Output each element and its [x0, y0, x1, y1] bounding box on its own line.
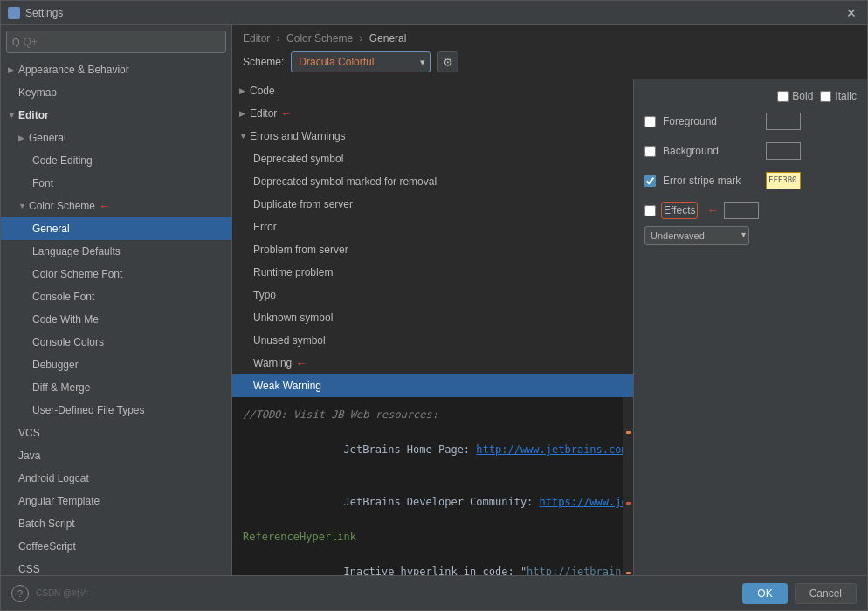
- scheme-dropdown[interactable]: Dracula Colorful: [291, 51, 431, 72]
- tree-item-code[interactable]: Code: [232, 79, 633, 102]
- sidebar-list: Appearance & Behavior Keymap Editor Gene…: [1, 58, 231, 575]
- sidebar-item-vcs[interactable]: VCS: [1, 422, 231, 444]
- sidebar-item-batch[interactable]: Batch Script: [1, 512, 231, 535]
- tree-item-weak-warning[interactable]: Weak Warning: [232, 374, 633, 397]
- background-color-box[interactable]: [766, 142, 801, 160]
- watermark: CSDN @对许: [36, 587, 89, 600]
- tree-item-duplicate[interactable]: Duplicate from server: [232, 193, 633, 216]
- main-panel: Editor › Color Scheme › General Scheme: …: [232, 25, 867, 575]
- tree-item-deprecated[interactable]: Deprecated symbol: [232, 148, 633, 170]
- breadcrumb-general: General: [369, 32, 407, 45]
- bottom-left: ? CSDN @对许: [11, 585, 735, 602]
- bold-label[interactable]: Bold: [777, 90, 813, 102]
- sidebar-item-code-editing[interactable]: Code Editing: [1, 149, 231, 172]
- sidebar-item-cs-general[interactable]: General: [1, 217, 231, 240]
- sidebar-item-appearance[interactable]: Appearance & Behavior: [1, 58, 231, 81]
- error-stripe-row: Error stripe mark FFF3B0: [644, 172, 857, 189]
- tree-item-errors-warnings[interactable]: Errors and Warnings: [232, 125, 633, 148]
- sidebar-item-code-with-me[interactable]: Code With Me: [1, 308, 231, 331]
- tree-content: Code Editor ← Errors and Warnings De: [232, 79, 633, 575]
- tree-panel: Code Editor ← Errors and Warnings De: [232, 79, 634, 575]
- expand-icon: [8, 106, 17, 124]
- search-icon: Q: [12, 37, 20, 47]
- background-row: Background: [644, 142, 857, 160]
- ok-button[interactable]: OK: [742, 583, 787, 604]
- tree-item-warning[interactable]: Warning ←: [232, 352, 633, 374]
- scheme-label: Scheme:: [243, 56, 284, 68]
- search-input[interactable]: [24, 36, 220, 48]
- settings-window: Settings ✕ Q Appearance & Behavior Keyma…: [0, 0, 868, 611]
- scroll-mark-2: [626, 502, 631, 505]
- scheme-dropdown-wrapper: Dracula Colorful: [291, 51, 431, 72]
- sidebar-item-keymap[interactable]: Keymap: [1, 81, 231, 104]
- preview-line-homepage: JetBrains Home Page: http://www.jetbrain…: [243, 423, 623, 476]
- background-checkbox[interactable]: [644, 146, 656, 157]
- panel-split: Code Editor ← Errors and Warnings De: [232, 79, 867, 575]
- preview-line-inactive: Inactive hyperlink in code: "http://jetb…: [243, 546, 623, 575]
- sidebar-item-editor[interactable]: Editor: [1, 104, 231, 127]
- help-button[interactable]: ?: [11, 585, 29, 602]
- error-stripe-color-box[interactable]: FFF3B0: [766, 172, 801, 189]
- sidebar-item-angular[interactable]: Angular Template: [1, 490, 231, 512]
- scheme-gear-button[interactable]: ⚙: [437, 51, 458, 72]
- app-icon: [8, 7, 20, 19]
- expand-icon: [239, 105, 248, 122]
- tree-item-editor[interactable]: Editor ←: [232, 102, 633, 125]
- tree-item-typo[interactable]: Typo: [232, 284, 633, 306]
- italic-checkbox[interactable]: [820, 91, 831, 102]
- effects-checkbox[interactable]: [644, 205, 656, 216]
- sidebar-item-java[interactable]: Java: [1, 444, 231, 467]
- effects-type-wrapper: Underwaved Underline Bordered Strike Dot…: [644, 223, 749, 245]
- effects-type-dropdown[interactable]: Underwaved Underline Bordered Strike Dot…: [644, 226, 749, 245]
- preview-line-devnet: JetBrains Developer Community: https://w…: [243, 476, 623, 528]
- preview-content: //TODO: Visit JB Web resources: JetBrain…: [232, 397, 633, 575]
- scroll-mark-1: [626, 431, 631, 434]
- bottom-bar: ? CSDN @对许 OK Cancel: [1, 575, 867, 610]
- foreground-label: Foreground: [663, 115, 759, 127]
- arrow-indicator: ←: [99, 197, 111, 215]
- scheme-bar: Scheme: Dracula Colorful ⚙: [232, 48, 867, 79]
- scrollbar: [623, 397, 633, 575]
- title-bar: Settings ✕: [1, 1, 867, 25]
- close-button[interactable]: ✕: [843, 6, 860, 20]
- tree-item-problem-server[interactable]: Problem from server: [232, 238, 633, 261]
- error-stripe-label: Error stripe mark: [663, 175, 759, 187]
- tree-item-unused[interactable]: Unused symbol: [232, 329, 633, 352]
- effects-bordered-container: Effects: [661, 202, 698, 219]
- sidebar-item-general[interactable]: General: [1, 127, 231, 149]
- effects-label: Effects: [664, 204, 695, 216]
- sidebar-item-android[interactable]: Android Logcat: [1, 467, 231, 490]
- sidebar-item-font[interactable]: Font: [1, 172, 231, 195]
- effects-color-box[interactable]: [724, 202, 759, 219]
- tree-item-unknown[interactable]: Unknown symbol: [232, 306, 633, 329]
- expand-icon: [239, 82, 248, 100]
- sidebar-item-console-font[interactable]: Console Font: [1, 285, 231, 308]
- breadcrumb-editor: Editor: [243, 32, 270, 45]
- main-content: Q Appearance & Behavior Keymap Editor Ge: [1, 25, 867, 575]
- expand-icon: [18, 129, 27, 147]
- foreground-checkbox[interactable]: [644, 116, 656, 127]
- foreground-row: Foreground: [644, 113, 857, 130]
- bold-checkbox[interactable]: [777, 91, 789, 102]
- cancel-button[interactable]: Cancel: [795, 583, 857, 604]
- sidebar-item-color-scheme[interactable]: Color Scheme ←: [1, 195, 231, 217]
- sidebar-item-coffeescript[interactable]: CoffeeScript: [1, 535, 231, 558]
- expand-icon: [18, 197, 27, 215]
- tree-item-error[interactable]: Error: [232, 216, 633, 238]
- error-stripe-checkbox[interactable]: [644, 175, 656, 187]
- italic-label[interactable]: Italic: [820, 90, 857, 102]
- bold-italic-row: Bold Italic: [644, 90, 857, 102]
- sidebar-item-css[interactable]: CSS: [1, 558, 231, 575]
- sidebar-item-user-defined[interactable]: User-Defined File Types: [1, 399, 231, 422]
- sidebar-item-diff-merge[interactable]: Diff & Merge: [1, 376, 231, 399]
- sidebar-item-console-colors[interactable]: Console Colors: [1, 331, 231, 354]
- sidebar-item-debugger[interactable]: Debugger: [1, 354, 231, 376]
- tree-item-runtime[interactable]: Runtime problem: [232, 261, 633, 284]
- expand-icon: [8, 61, 17, 79]
- tree-item-deprecated-removal[interactable]: Deprecated symbol marked for removal: [232, 170, 633, 193]
- sidebar: Q Appearance & Behavior Keymap Editor Ge: [1, 25, 232, 575]
- sidebar-item-lang-defaults[interactable]: Language Defaults: [1, 240, 231, 263]
- foreground-color-box[interactable]: [766, 113, 801, 130]
- sidebar-item-cs-font[interactable]: Color Scheme Font: [1, 263, 231, 285]
- search-box[interactable]: Q: [6, 31, 226, 53]
